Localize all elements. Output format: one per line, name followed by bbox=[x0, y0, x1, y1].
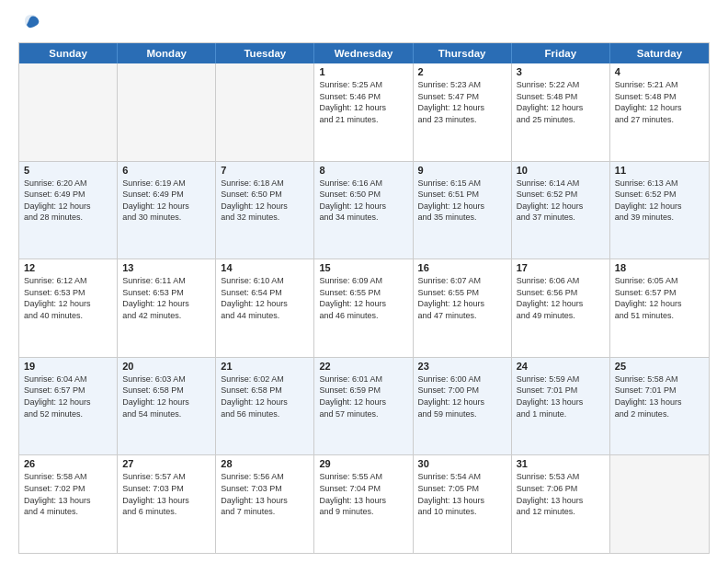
day-number: 9 bbox=[418, 165, 506, 176]
calendar-body: 1Sunrise: 5:25 AMSunset: 5:46 PMDaylight… bbox=[19, 63, 709, 553]
day-number: 1 bbox=[319, 66, 407, 77]
calendar-cell-29: 29Sunrise: 5:55 AMSunset: 7:04 PMDayligh… bbox=[314, 455, 413, 553]
calendar-cell-9: 9Sunrise: 6:15 AMSunset: 6:51 PMDaylight… bbox=[414, 162, 512, 259]
cell-content: Sunrise: 6:11 AMSunset: 6:53 PMDaylight:… bbox=[122, 275, 210, 321]
day-number: 6 bbox=[122, 165, 210, 176]
cell-content: Sunrise: 6:06 AMSunset: 6:56 PMDaylight:… bbox=[517, 275, 605, 321]
calendar-cell-28: 28Sunrise: 5:56 AMSunset: 7:03 PMDayligh… bbox=[216, 455, 314, 553]
header bbox=[18, 15, 710, 35]
calendar-cell-11: 11Sunrise: 6:13 AMSunset: 6:52 PMDayligh… bbox=[610, 162, 709, 259]
logo bbox=[18, 15, 41, 35]
day-number: 7 bbox=[221, 165, 309, 176]
day-number: 5 bbox=[24, 165, 112, 176]
cell-content: Sunrise: 6:05 AMSunset: 6:57 PMDaylight:… bbox=[615, 275, 704, 321]
day-number: 3 bbox=[517, 66, 605, 77]
calendar-cell-13: 13Sunrise: 6:11 AMSunset: 6:53 PMDayligh… bbox=[118, 259, 216, 357]
calendar-cell-5: 5Sunrise: 6:20 AMSunset: 6:49 PMDaylight… bbox=[19, 162, 118, 259]
calendar-cell-empty bbox=[19, 63, 118, 161]
calendar-cell-empty bbox=[216, 63, 314, 161]
day-number: 13 bbox=[122, 262, 210, 273]
calendar-row-2: 12Sunrise: 6:12 AMSunset: 6:53 PMDayligh… bbox=[19, 259, 709, 358]
page: SundayMondayTuesdayWednesdayThursdayFrid… bbox=[0, 0, 728, 563]
calendar-cell-20: 20Sunrise: 6:03 AMSunset: 6:58 PMDayligh… bbox=[118, 358, 216, 455]
day-number: 24 bbox=[517, 361, 605, 372]
header-day-tuesday: Tuesday bbox=[216, 43, 314, 63]
calendar-cell-2: 2Sunrise: 5:23 AMSunset: 5:47 PMDaylight… bbox=[414, 63, 512, 161]
day-number: 26 bbox=[24, 458, 112, 469]
calendar-cell-6: 6Sunrise: 6:19 AMSunset: 6:49 PMDaylight… bbox=[118, 162, 216, 259]
header-day-friday: Friday bbox=[512, 43, 610, 63]
day-number: 29 bbox=[319, 458, 407, 469]
cell-content: Sunrise: 6:20 AMSunset: 6:49 PMDaylight:… bbox=[24, 178, 112, 224]
calendar-cell-25: 25Sunrise: 5:58 AMSunset: 7:01 PMDayligh… bbox=[610, 358, 709, 455]
calendar-cell-empty bbox=[610, 455, 709, 553]
day-number: 15 bbox=[319, 262, 407, 273]
calendar-row-3: 19Sunrise: 6:04 AMSunset: 6:57 PMDayligh… bbox=[19, 358, 709, 456]
calendar: SundayMondayTuesdayWednesdayThursdayFrid… bbox=[18, 42, 710, 554]
cell-content: Sunrise: 5:23 AMSunset: 5:47 PMDaylight:… bbox=[418, 79, 506, 125]
cell-content: Sunrise: 5:59 AMSunset: 7:01 PMDaylight:… bbox=[517, 373, 605, 419]
header-day-thursday: Thursday bbox=[414, 43, 512, 63]
cell-content: Sunrise: 5:56 AMSunset: 7:03 PMDaylight:… bbox=[221, 471, 309, 517]
cell-content: Sunrise: 6:14 AMSunset: 6:52 PMDaylight:… bbox=[517, 178, 605, 224]
day-number: 28 bbox=[221, 458, 309, 469]
cell-content: Sunrise: 5:25 AMSunset: 5:46 PMDaylight:… bbox=[319, 79, 407, 125]
day-number: 10 bbox=[517, 165, 605, 176]
cell-content: Sunrise: 6:16 AMSunset: 6:50 PMDaylight:… bbox=[319, 178, 407, 224]
calendar-cell-empty bbox=[118, 63, 216, 161]
day-number: 18 bbox=[615, 262, 704, 273]
cell-content: Sunrise: 6:12 AMSunset: 6:53 PMDaylight:… bbox=[24, 275, 112, 321]
calendar-cell-12: 12Sunrise: 6:12 AMSunset: 6:53 PMDayligh… bbox=[19, 259, 118, 357]
cell-content: Sunrise: 6:09 AMSunset: 6:55 PMDaylight:… bbox=[319, 275, 407, 321]
calendar-cell-23: 23Sunrise: 6:00 AMSunset: 7:00 PMDayligh… bbox=[414, 358, 512, 455]
calendar-cell-7: 7Sunrise: 6:18 AMSunset: 6:50 PMDaylight… bbox=[216, 162, 314, 259]
day-number: 21 bbox=[221, 361, 309, 372]
calendar-cell-1: 1Sunrise: 5:25 AMSunset: 5:46 PMDaylight… bbox=[314, 63, 413, 161]
logo-block bbox=[18, 15, 41, 35]
day-number: 25 bbox=[615, 361, 704, 372]
cell-content: Sunrise: 6:04 AMSunset: 6:57 PMDaylight:… bbox=[24, 373, 112, 419]
day-number: 20 bbox=[122, 361, 210, 372]
cell-content: Sunrise: 5:57 AMSunset: 7:03 PMDaylight:… bbox=[122, 471, 210, 517]
calendar-cell-16: 16Sunrise: 6:07 AMSunset: 6:55 PMDayligh… bbox=[414, 259, 512, 357]
header-day-saturday: Saturday bbox=[610, 43, 709, 63]
calendar-cell-31: 31Sunrise: 5:53 AMSunset: 7:06 PMDayligh… bbox=[512, 455, 610, 553]
header-day-wednesday: Wednesday bbox=[314, 43, 413, 63]
calendar-cell-19: 19Sunrise: 6:04 AMSunset: 6:57 PMDayligh… bbox=[19, 358, 118, 455]
calendar-row-4: 26Sunrise: 5:58 AMSunset: 7:02 PMDayligh… bbox=[19, 455, 709, 553]
calendar-cell-8: 8Sunrise: 6:16 AMSunset: 6:50 PMDaylight… bbox=[314, 162, 413, 259]
day-number: 17 bbox=[517, 262, 605, 273]
calendar-header: SundayMondayTuesdayWednesdayThursdayFrid… bbox=[19, 43, 709, 63]
cell-content: Sunrise: 5:22 AMSunset: 5:48 PMDaylight:… bbox=[517, 79, 605, 125]
cell-content: Sunrise: 6:18 AMSunset: 6:50 PMDaylight:… bbox=[221, 178, 309, 224]
cell-content: Sunrise: 5:55 AMSunset: 7:04 PMDaylight:… bbox=[319, 471, 407, 517]
day-number: 8 bbox=[319, 165, 407, 176]
calendar-cell-3: 3Sunrise: 5:22 AMSunset: 5:48 PMDaylight… bbox=[512, 63, 610, 161]
calendar-cell-4: 4Sunrise: 5:21 AMSunset: 5:48 PMDaylight… bbox=[610, 63, 709, 161]
cell-content: Sunrise: 6:01 AMSunset: 6:59 PMDaylight:… bbox=[319, 373, 407, 419]
calendar-cell-21: 21Sunrise: 6:02 AMSunset: 6:58 PMDayligh… bbox=[216, 358, 314, 455]
cell-content: Sunrise: 6:15 AMSunset: 6:51 PMDaylight:… bbox=[418, 178, 506, 224]
cell-content: Sunrise: 5:58 AMSunset: 7:02 PMDaylight:… bbox=[24, 471, 112, 517]
cell-content: Sunrise: 5:54 AMSunset: 7:05 PMDaylight:… bbox=[418, 471, 506, 517]
day-number: 30 bbox=[418, 458, 506, 469]
cell-content: Sunrise: 6:07 AMSunset: 6:55 PMDaylight:… bbox=[418, 275, 506, 321]
calendar-cell-14: 14Sunrise: 6:10 AMSunset: 6:54 PMDayligh… bbox=[216, 259, 314, 357]
day-number: 2 bbox=[418, 66, 506, 77]
calendar-cell-27: 27Sunrise: 5:57 AMSunset: 7:03 PMDayligh… bbox=[118, 455, 216, 553]
day-number: 31 bbox=[517, 458, 605, 469]
calendar-cell-24: 24Sunrise: 5:59 AMSunset: 7:01 PMDayligh… bbox=[512, 358, 610, 455]
calendar-cell-22: 22Sunrise: 6:01 AMSunset: 6:59 PMDayligh… bbox=[314, 358, 413, 455]
calendar-row-1: 5Sunrise: 6:20 AMSunset: 6:49 PMDaylight… bbox=[19, 162, 709, 260]
header-day-monday: Monday bbox=[118, 43, 216, 63]
header-day-sunday: Sunday bbox=[19, 43, 118, 63]
cell-content: Sunrise: 5:21 AMSunset: 5:48 PMDaylight:… bbox=[615, 79, 704, 125]
logo-icon bbox=[21, 11, 41, 35]
day-number: 11 bbox=[615, 165, 704, 176]
cell-content: Sunrise: 6:10 AMSunset: 6:54 PMDaylight:… bbox=[221, 275, 309, 321]
calendar-cell-30: 30Sunrise: 5:54 AMSunset: 7:05 PMDayligh… bbox=[414, 455, 512, 553]
day-number: 23 bbox=[418, 361, 506, 372]
cell-content: Sunrise: 6:02 AMSunset: 6:58 PMDaylight:… bbox=[221, 373, 309, 419]
cell-content: Sunrise: 5:58 AMSunset: 7:01 PMDaylight:… bbox=[615, 373, 704, 419]
calendar-cell-18: 18Sunrise: 6:05 AMSunset: 6:57 PMDayligh… bbox=[610, 259, 709, 357]
